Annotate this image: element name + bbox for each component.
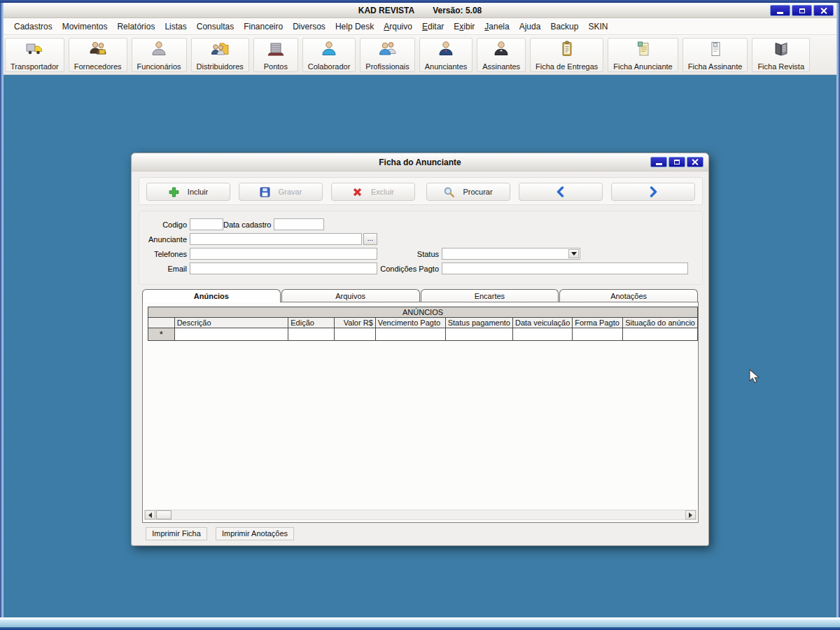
excluir-button[interactable]: Excluir (331, 183, 415, 201)
menu-janela[interactable]: Janela (479, 20, 514, 34)
incluir-button[interactable]: Incluir (146, 183, 230, 201)
dialog-minimize-button[interactable] (650, 157, 667, 167)
gravar-button[interactable]: Gravar (239, 183, 323, 201)
triangle-left-icon (148, 512, 152, 518)
grid-cell[interactable] (513, 328, 573, 341)
minimize-button[interactable] (770, 5, 790, 16)
next-record-button[interactable] (611, 183, 695, 201)
grid-cell[interactable] (375, 328, 445, 341)
grid-cell[interactable] (288, 328, 335, 341)
toolbar-fornecedores-button[interactable]: Fornecedores (69, 38, 127, 72)
maximize-icon (674, 160, 680, 164)
next-icon (648, 186, 659, 197)
minimize-icon (656, 163, 662, 165)
toolbar-ficha-anunciante-button[interactable]: Ficha Anunciante (608, 38, 678, 72)
toolbar-transportador-button[interactable]: Transportador (5, 38, 64, 72)
dialog-maximize-button[interactable] (668, 157, 685, 167)
menu-editar[interactable]: Editar (417, 20, 449, 34)
condicoes-pagto-input[interactable] (442, 262, 688, 274)
tab-encartes[interactable]: Encartes (421, 289, 559, 302)
menu-movimentos[interactable]: Movimentos (57, 20, 113, 34)
horizontal-scrollbar[interactable] (144, 510, 696, 520)
anunciante-input[interactable] (190, 233, 362, 245)
save-icon (260, 187, 270, 197)
suppliers-icon (89, 40, 107, 58)
imprimir-anotacoes-button[interactable]: Imprimir Anotações (216, 527, 294, 540)
menu-ajuda[interactable]: Ajuda (514, 20, 546, 34)
menu-skin[interactable]: SKIN (583, 20, 612, 34)
previous-record-button[interactable] (519, 183, 603, 201)
close-button[interactable] (813, 5, 834, 16)
app-titlebar[interactable]: KAD REVISTA Versão: 5.08 (4, 3, 836, 18)
toolbar-ficha-assinante-button[interactable]: Ficha Assinante (682, 38, 748, 72)
grid-cell[interactable] (573, 328, 623, 341)
tab-anuncios[interactable]: Anúncios (142, 289, 281, 302)
imprimir-ficha-button[interactable]: Imprimir Ficha (146, 527, 207, 540)
menu-helpdesk[interactable]: Help Desk (330, 20, 379, 34)
grid-new-row: * (148, 328, 698, 341)
close-icon (820, 8, 827, 14)
grid-cell[interactable] (334, 328, 375, 341)
grid-cell[interactable] (174, 328, 288, 341)
toolbar-funcionarios-button[interactable]: Funcionários (132, 38, 187, 72)
maximize-button[interactable] (792, 5, 812, 16)
subscribers-icon (492, 40, 510, 58)
menu-cadastros[interactable]: Cadastros (9, 20, 57, 34)
menu-financeiro[interactable]: Financeiro (239, 20, 288, 34)
col-valor[interactable]: Valor R$ (334, 318, 375, 328)
menu-exibir[interactable]: Exibir (449, 20, 479, 34)
col-data-veiculacao[interactable]: Data veiculação (513, 318, 573, 328)
dialog-titlebar[interactable]: Ficha do Anunciante (132, 153, 708, 172)
app-title: KAD REVISTA (358, 6, 414, 15)
status-dropdown[interactable] (442, 248, 580, 260)
maximize-icon (799, 8, 805, 13)
toolbar-pontos-button[interactable]: Pontos (253, 38, 298, 72)
col-situacao-anuncio[interactable]: Situação do anúncio (623, 318, 698, 328)
menubar: Cadastros Movimentos Relatórios Listas C… (4, 18, 836, 35)
toolbar-ficha-revista-button[interactable]: Ficha Revista (752, 38, 810, 72)
col-descricao[interactable]: Descrição (174, 318, 288, 328)
toolbar-assinantes-button[interactable]: Assinantes (477, 38, 526, 72)
toolbar-profissionais-button[interactable]: Profissionais (360, 38, 414, 72)
ficha-anunciante-dialog: Ficha do Anunciante Incluir Gravar (131, 153, 709, 546)
scrollbar-thumb[interactable] (156, 510, 172, 519)
toolbar-colaborador-button[interactable]: Colaborador (302, 38, 356, 72)
new-row-marker[interactable]: * (148, 328, 175, 341)
employee-icon (150, 40, 168, 58)
menu-relatorios[interactable]: Relatórios (112, 20, 160, 34)
desktop: { "window": { "title": "KAD REVISTA", "v… (0, 0, 840, 630)
grid-cell[interactable] (445, 328, 512, 341)
anunciante-browse-button[interactable]: ... (363, 233, 377, 245)
menu-backup[interactable]: Backup (545, 20, 583, 34)
menu-consultas[interactable]: Consultas (192, 20, 239, 34)
email-input[interactable] (190, 262, 377, 274)
window-border-left (0, 0, 4, 630)
tab-anotacoes[interactable]: Anotações (559, 289, 698, 302)
toolbar-ficha-entregas-button[interactable]: Ficha de Entregas (530, 38, 603, 72)
tab-arquivos[interactable]: Arquivos (281, 289, 420, 302)
telefones-input[interactable] (190, 248, 377, 260)
col-vencimento-pagto[interactable]: Vencimento Pagto (375, 318, 445, 328)
scroll-right-button[interactable] (685, 510, 696, 519)
col-status-pagamento[interactable]: Status pagamento (445, 318, 512, 328)
codigo-input[interactable] (190, 218, 223, 230)
anuncios-tab-panel: ANÚNCIOS Descrição Edição Valor R$ Venci… (142, 302, 699, 523)
menu-diversos[interactable]: Diversos (288, 20, 330, 34)
minimize-icon (777, 12, 783, 14)
grid-cell[interactable] (623, 328, 698, 341)
dialog-close-button[interactable] (687, 157, 704, 167)
col-forma-pagto[interactable]: Forma Pagto (573, 318, 623, 328)
delete-icon (352, 187, 363, 197)
menu-listas[interactable]: Listas (160, 20, 191, 34)
toolbar-anunciantes-button[interactable]: Anunciantes (419, 38, 473, 72)
status-label: Status (407, 250, 439, 258)
scroll-left-button[interactable] (145, 510, 155, 519)
chevron-down-icon (571, 252, 577, 255)
dialog-toolbar: Incluir Gravar Excluir Procurar (139, 177, 703, 205)
data-cadastro-input[interactable] (274, 218, 324, 230)
toolbar-distribuidores-button[interactable]: Distribuidores (191, 38, 249, 72)
menu-arquivo[interactable]: Arquivo (379, 20, 417, 34)
dropdown-arrow-button[interactable] (568, 249, 579, 258)
col-edicao[interactable]: Edição (288, 318, 335, 328)
procurar-button[interactable]: Procurar (426, 183, 510, 201)
